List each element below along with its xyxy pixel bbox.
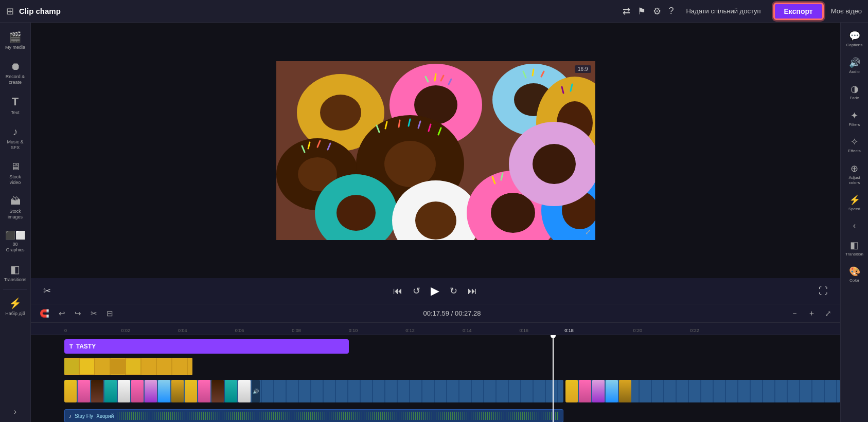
audio-waveform (117, 412, 559, 420)
rs-item-color[interactable]: 🎨 Color (842, 262, 867, 287)
connections-icon-button[interactable]: ⇄ (623, 6, 630, 17)
rs-item-filters-label: Filters (849, 122, 860, 127)
main-video-clip-1[interactable]: 🔊 (64, 380, 563, 402)
video-preview: 16:9 ⤢ (31, 23, 840, 278)
share-button[interactable]: Надати спільний доступ (681, 4, 766, 18)
skip-back-button[interactable]: ⏮ (391, 284, 404, 299)
ratio-badge: 16:9 (575, 65, 591, 73)
sidebar-item-my-media[interactable]: 🎬 My media (2, 27, 29, 54)
expand-icon[interactable]: ⤢ (585, 228, 591, 236)
ruler-mark-006: 0:06 (235, 328, 244, 333)
main-video-track-row: 🔊 (64, 378, 840, 405)
strip-cell (198, 380, 210, 402)
svg-line-28 (399, 120, 400, 127)
rs-item-fade-label: Fade (849, 96, 859, 101)
strip-cell (158, 380, 170, 402)
rs-item-captions-label: Captions (846, 43, 863, 48)
main-video-clip-2[interactable] (565, 380, 840, 402)
mute-icon: 🔊 (252, 380, 260, 402)
rs-item-speed[interactable]: ⚡ Speed (842, 191, 867, 215)
right-sidebar-collapse-button[interactable]: ‹ (851, 219, 858, 232)
text-clip-label: TASTY (76, 343, 96, 350)
strip-cell (118, 380, 130, 402)
redo-button[interactable]: ↪ (72, 307, 84, 320)
svg-line-6 (435, 74, 436, 81)
record-create-icon: ⏺ (10, 61, 21, 72)
cut-button[interactable]: ✂ (88, 307, 100, 320)
help-icon-button[interactable]: ? (668, 6, 674, 16)
strip-cell (131, 380, 144, 402)
rs-item-effects[interactable]: ✧ Effects (842, 133, 867, 157)
svg-point-36 (415, 201, 456, 240)
sidebar-item-transitions[interactable]: ◧ Transitions (2, 259, 29, 287)
split-button[interactable]: ⊟ (104, 307, 116, 320)
my-video-label: Моє відео (831, 7, 862, 15)
ruler-mark-022: 0:22 (690, 328, 699, 333)
sidebar-item-action-set[interactable]: ⚡ Набір дій (2, 293, 29, 321)
left-sidebar: 🎬 My media ⏺ Record & create T Text ♪ Mu… (0, 23, 31, 422)
strip-cell (185, 380, 197, 402)
undo-button[interactable]: ↩ (56, 307, 68, 320)
sidebar-item-stock-images[interactable]: 🏔 Stock images (2, 191, 29, 224)
sidebar-item-music-sfx[interactable]: ♪ Music & SFX (2, 122, 29, 155)
settings-icon-button[interactable]: ⚙ (653, 6, 661, 17)
rs-item-transition[interactable]: ◧ Transition (842, 236, 867, 261)
ruler-mark-020: 0:20 (633, 328, 643, 333)
action-set-icon: ⚡ (9, 297, 22, 309)
video-frame (276, 61, 595, 240)
ruler-mark-014: 0:14 (463, 328, 472, 333)
zoom-in-button[interactable]: ＋ (805, 307, 818, 320)
rs-item-speed-label: Speed (848, 207, 860, 212)
video-clip-thumb (64, 358, 192, 375)
strip-cell (91, 380, 103, 402)
top-bar-right: ⇄ ⚑ ⚙ ? Надати спільний доступ Експорт М… (623, 3, 862, 20)
rs-item-adjust-colors[interactable]: ⊕ Adjust colors (842, 159, 867, 189)
music-sfx-icon: ♪ (13, 126, 18, 138)
forward-button[interactable]: ↻ (448, 283, 459, 299)
sidebar-item-my-media-label: My media (5, 45, 25, 50)
timeline-area: 🧲 ↩ ↪ ✂ ⊟ 00:17.59 / 00:27.28 － ＋ ⤢ (31, 304, 840, 422)
main-video-track-content: 🔊 (64, 378, 840, 405)
strip-cell (619, 380, 631, 402)
skip-forward-button[interactable]: ⏭ (466, 284, 479, 299)
main-video-strip-1: 🔊 (64, 380, 563, 402)
rs-item-captions[interactable]: 💬 Captions (842, 27, 867, 51)
rewind-button[interactable]: ↺ (411, 283, 422, 299)
video-short-track-content (64, 357, 840, 377)
sidebar-item-text[interactable]: T Text (2, 91, 29, 120)
strip-cell (145, 380, 157, 402)
sidebar-collapse-button[interactable]: › (11, 406, 19, 418)
text-clip[interactable]: T TASTY (64, 339, 349, 354)
audio-clip[interactable]: ♪ Stay Fly Хворий (64, 409, 563, 422)
sidebar-item-record-create-label: Record & create (4, 74, 27, 85)
strip-cell (565, 380, 578, 402)
rs-item-effects-label: Effects (848, 149, 860, 154)
sidebar-item-text-label: Text (11, 110, 20, 116)
sidebar-item-graphics[interactable]: ⬛⬜ 88 Graphics (2, 226, 29, 257)
strip-cell (592, 380, 605, 402)
transitions-icon: ◧ (10, 263, 20, 276)
sidebar-item-stock-video[interactable]: 🖥 Stock video (2, 157, 29, 190)
svg-point-2 (320, 95, 361, 131)
zoom-out-button[interactable]: － (788, 307, 801, 320)
magnet-tool-button[interactable]: 🧲 (37, 307, 52, 320)
rs-item-fade[interactable]: ◑ Fade (842, 80, 867, 104)
ruler-mark-010: 0:10 (349, 328, 358, 333)
trim-icon-button[interactable]: ✂ (41, 283, 53, 299)
video-short-clip[interactable] (64, 358, 192, 375)
rs-item-audio-label: Audio (849, 69, 859, 75)
fit-button[interactable]: ⤢ (822, 307, 834, 320)
flag-icon-button[interactable]: ⚑ (637, 6, 646, 17)
video-canvas: 16:9 ⤢ (276, 61, 595, 240)
timeline-time: 00:17.59 / 00:27.28 (423, 309, 481, 317)
rs-item-audio[interactable]: 🔊 Audio (842, 53, 867, 78)
audio-track-name: Stay Fly (75, 413, 93, 419)
grid-icon[interactable]: ⊞ (6, 6, 14, 17)
sidebar-item-record-create[interactable]: ⏺ Record & create (2, 57, 29, 89)
right-sidebar: 💬 Captions 🔊 Audio ◑ Fade ✦ Filters ✧ Ef… (840, 23, 868, 422)
rs-item-filters[interactable]: ✦ Filters (842, 106, 867, 131)
export-button[interactable]: Експорт (773, 3, 824, 20)
fullscreen-button[interactable]: ⛶ (817, 284, 830, 299)
svg-point-25 (384, 141, 436, 187)
play-button[interactable]: ▶ (429, 282, 441, 300)
